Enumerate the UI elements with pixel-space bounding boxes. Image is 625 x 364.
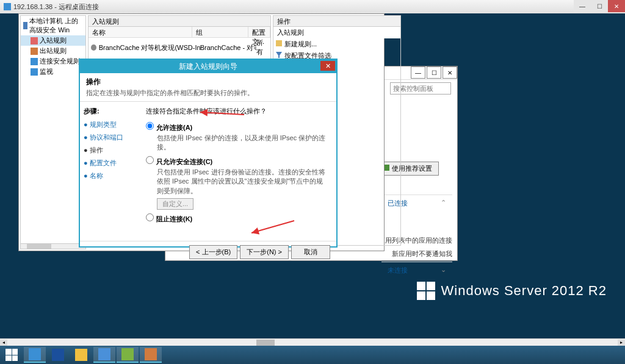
title-text: 192.168.1.38 - 远程桌面连接 [13, 2, 99, 12]
option-block: 阻止连接(K) [146, 213, 329, 224]
radio-block[interactable] [146, 213, 154, 221]
back-button[interactable]: < 上一步(B) [189, 245, 237, 259]
remote-desktop: — ☐ ✕ 使用推荐设置 已连接⌃ 应用列表中的应用的连接 新应用时不要通知我 … [0, 13, 625, 364]
outbound-icon [31, 48, 38, 55]
step-ruletype[interactable]: ● 规则类型 [84, 118, 135, 131]
tree-root-label: 本地计算机 上的高级安全 Win [29, 16, 83, 35]
windows-icon [417, 282, 435, 300]
powershell-icon [52, 349, 64, 361]
wizard-header: 操作 指定在连接与规则中指定的条件相匹配时要执行的操作。 [80, 73, 336, 102]
option-secure-desc: 只包括使用 IPsec 进行身份验证的连接。连接的安全性将依照 IPsec 属性… [157, 168, 329, 196]
rule-status-icon [91, 45, 96, 51]
firewall-icon [121, 348, 134, 360]
option-allow-label[interactable]: 允许连接(A) [146, 124, 192, 131]
scrollbar-thumb[interactable] [256, 340, 275, 346]
rule-group: BranchCache - 对等机发现(... [200, 43, 256, 52]
ctrl-maximize-button[interactable]: ☐ [427, 66, 441, 79]
rdp-icon [4, 3, 11, 10]
tree-outbound[interactable]: 出站规则 [21, 46, 85, 56]
start-button[interactable] [1, 347, 23, 363]
radio-allow[interactable] [146, 122, 154, 130]
step-action[interactable]: ● 操作 [84, 144, 135, 157]
wizard-main: 连接符合指定条件时应该进行什么操作？ 允许连接(A) 包括使用 IPsec 保护… [139, 102, 336, 241]
maximize-button[interactable]: ☐ [591, 0, 608, 12]
tree-monitor[interactable]: 监视 [21, 66, 85, 77]
task-controlpanel[interactable] [93, 347, 115, 363]
inbound-icon [31, 37, 38, 45]
scrollbar-thumb[interactable] [27, 244, 51, 249]
tree-connsec[interactable]: 连接安全规则 [21, 56, 85, 66]
ctrl-minimize-button[interactable]: — [411, 66, 425, 79]
controlpanel-icon [98, 348, 110, 360]
notconnected-label: 未连接 [388, 266, 408, 275]
close-button[interactable]: ✕ [608, 0, 625, 12]
tree-label: 入站规则 [40, 36, 67, 45]
step-profile[interactable]: ● 配置文件 [84, 157, 135, 170]
wizard-close-button[interactable]: ✕ [320, 61, 335, 71]
next-button[interactable]: 下一步(N) > [240, 245, 289, 259]
notconnected-row[interactable]: 未连接⌄ [381, 262, 452, 279]
actions-heading: 操作 [273, 16, 400, 27]
tree-label: 监视 [40, 67, 53, 76]
brand-text: Windows Server 2012 R2 [441, 283, 607, 299]
chevron-down-icon: ⌄ [441, 266, 446, 275]
col-profile[interactable]: 配置文... [248, 27, 270, 37]
task-firewall[interactable] [117, 347, 139, 363]
explorer-icon [75, 349, 87, 361]
firewall-tree: 本地计算机 上的高级安全 Win 入站规则 出站规则 连接安全规则 监视 [20, 15, 86, 246]
monitor-icon [31, 68, 38, 76]
task-powershell[interactable] [47, 347, 69, 363]
connsec-icon [31, 58, 38, 65]
wizard-titlebar: 新建入站规则向导 ✕ [80, 60, 336, 73]
tree-inbound[interactable]: 入站规则 [21, 35, 85, 46]
radio-secure[interactable] [146, 156, 154, 164]
tree-label: 出站规则 [40, 46, 67, 55]
tree-root[interactable]: 本地计算机 上的高级安全 Win [21, 16, 85, 35]
task-generic[interactable] [140, 347, 162, 363]
task-servermanager[interactable] [24, 347, 46, 363]
taskbar [0, 346, 625, 364]
wizard-steps: 步骤: ● 规则类型 ● 协议和端口 ● 操作 ● 配置文件 ● 名称 [80, 102, 139, 241]
col-group[interactable]: 组 [192, 27, 248, 37]
list-columns: 名称 组 配置文... [89, 27, 270, 38]
server-brand: Windows Server 2012 R2 [417, 282, 607, 300]
wizard-subheading: 指定在连接与规则中指定的条件相匹配时要执行的操作。 [86, 88, 330, 98]
action-new-rule[interactable]: 新建规则... [273, 38, 400, 50]
wizard-question: 连接符合指定条件时应该进行什么操作？ [146, 107, 329, 116]
actions-section: 入站规则 [273, 27, 400, 38]
ctrl-close-button[interactable]: ✕ [443, 66, 457, 79]
new-rule-wizard: 新建入站规则向导 ✕ 操作 指定在连接与规则中指定的条件相匹配时要执行的操作。 … [79, 59, 338, 248]
list-heading: 入站规则 [89, 16, 270, 27]
task-explorer[interactable] [70, 347, 92, 363]
step-name[interactable]: ● 名称 [84, 170, 135, 182]
wizard-body: 步骤: ● 规则类型 ● 协议和端口 ● 操作 ● 配置文件 ● 名称 连接符合… [80, 102, 336, 241]
scroll-left-button[interactable]: ◂ [0, 340, 7, 346]
option-secure: 只允许安全连接(C) 只包括使用 IPsec 进行身份验证的连接。连接的安全性将… [146, 156, 329, 210]
steps-label: 步骤: [84, 107, 135, 116]
tree-scrollbar[interactable] [20, 243, 86, 249]
option-allow: 允许连接(A) 包括使用 IPsec 保护的连接，以及未使用 IPsec 保护的… [146, 122, 329, 152]
app-icon [145, 348, 157, 360]
customize-button: 自定义... [157, 198, 193, 210]
conn-text-2: 新应用时不要通知我 [392, 249, 452, 259]
col-name[interactable]: 名称 [89, 27, 192, 37]
shield-icon [23, 22, 27, 29]
minimize-button[interactable]: — [574, 0, 591, 12]
cancel-button[interactable]: 取消 [291, 245, 330, 259]
wizard-footer: < 上一步(B) 下一步(N) > 取消 [80, 241, 336, 263]
desktop-scrollbar[interactable]: ◂ ▸ [0, 338, 625, 346]
tree-label: 连接安全规则 [40, 57, 80, 66]
option-secure-label[interactable]: 只允许安全连接(C) [146, 158, 212, 165]
scroll-right-button[interactable]: ▸ [618, 340, 625, 346]
servermanager-icon [29, 348, 41, 360]
chevron-up-icon: ⌃ [441, 199, 446, 208]
wizard-heading: 操作 [86, 77, 330, 87]
rule-name: BranchCache 对等机发现(WSD-In) [99, 43, 200, 52]
rule-profile: 所有 [256, 38, 268, 57]
rule-row[interactable]: BranchCache 对等机发现(WSD-In)BranchCache - 对… [89, 38, 270, 57]
step-protocol[interactable]: ● 协议和端口 [84, 131, 135, 144]
option-block-label[interactable]: 阻止连接(K) [146, 215, 192, 223]
wizard-title-text: 新建入站规则向导 [179, 62, 237, 71]
titlebar: 192.168.1.38 - 远程桌面连接 — ☐ ✕ [0, 0, 625, 13]
option-allow-desc: 包括使用 IPsec 保护的连接，以及未使用 IPsec 保护的连接。 [157, 134, 329, 152]
